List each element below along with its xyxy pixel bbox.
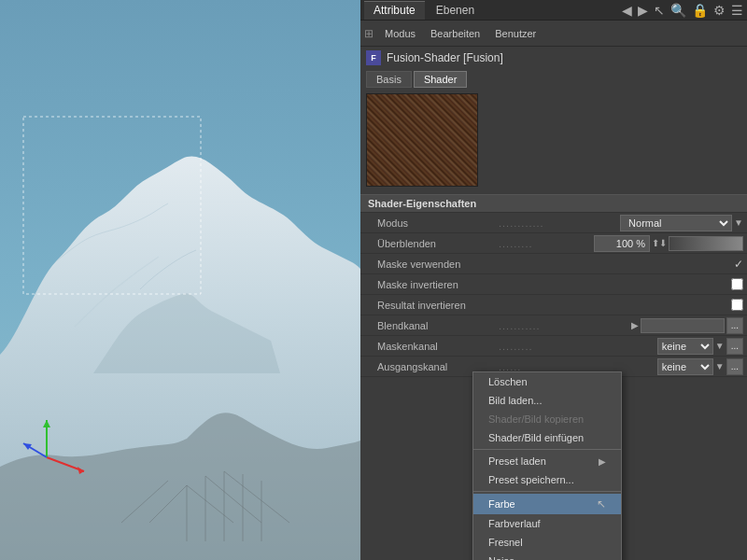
3d-viewport[interactable] xyxy=(0,0,360,560)
blendkanal-btn[interactable]: ... xyxy=(726,317,743,334)
modus-dots: ............ xyxy=(499,217,620,229)
maskenkanal-label: Maskenkanal xyxy=(377,341,499,352)
ausgangskanal-select[interactable]: keine xyxy=(657,358,713,375)
ctx-divider-2 xyxy=(473,491,621,492)
arrow-right-icon[interactable]: ▶ xyxy=(638,3,648,18)
submenu-arrow: ▶ xyxy=(599,456,606,467)
axis-indicator xyxy=(19,411,93,485)
sub-tab-shader[interactable]: Shader xyxy=(414,71,467,88)
ctx-farbe[interactable]: Farbe ↖ xyxy=(473,494,621,514)
ausgangskanal-dots: ...... xyxy=(499,361,657,372)
maskenkanal-btn[interactable]: ... xyxy=(726,338,743,355)
lock-icon[interactable]: 🔒 xyxy=(692,3,708,18)
blendkanal-bar[interactable] xyxy=(641,318,725,333)
search-icon[interactable]: 🔍 xyxy=(670,3,686,18)
maskenkanal-select[interactable]: keine xyxy=(657,338,713,355)
arrow-left-icon[interactable]: ◀ xyxy=(622,3,632,18)
shader-icon: F xyxy=(366,50,381,65)
ctx-shader-kopieren: Shader/Bild kopieren xyxy=(473,410,621,428)
tab-ebenen[interactable]: Ebenen xyxy=(427,1,484,20)
selection-outline xyxy=(19,112,205,299)
modus-btn[interactable]: Modus xyxy=(381,26,419,41)
ueberblenden-bar xyxy=(669,236,743,251)
resultat-invertieren-checkbox[interactable] xyxy=(731,299,743,311)
ctx-noise[interactable]: Noise xyxy=(473,552,621,560)
panel-toolbar: ⊞ Modus Bearbeiten Benutzer xyxy=(360,21,747,47)
prop-row-blendkanal: Blendkanal ........... ▶ ... xyxy=(360,315,747,336)
maske-verwenden-label: Maske verwenden xyxy=(377,259,499,270)
prop-row-maskenkanal: Maskenkanal ......... keine ▼ ... xyxy=(360,336,747,357)
ctx-bild-laden[interactable]: Bild laden... xyxy=(473,391,621,410)
benutzer-btn[interactable]: Benutzer xyxy=(491,26,540,41)
prop-row-resultat-invertieren: Resultat invertieren xyxy=(360,295,747,315)
grid-icon: ⊞ xyxy=(364,27,374,40)
svg-marker-14 xyxy=(43,420,50,427)
right-panel: Attribute Ebenen ◀ ▶ ↖ 🔍 🔒 ⚙ ☰ ⊞ Modus B… xyxy=(360,0,747,560)
cursor-indicator: ↖ xyxy=(597,497,606,511)
modus-dropdown[interactable]: Normal Multiplizieren Bildschirm xyxy=(620,215,732,231)
properties-section: Shader-Eigenschaften Modus ............ … xyxy=(360,190,747,381)
resultat-invertieren-label: Resultat invertieren xyxy=(377,300,499,311)
ausgangskanal-label: Ausgangskanal xyxy=(377,361,499,372)
shader-title: Fusion-Shader [Fusion] xyxy=(387,51,503,64)
menu-icon[interactable]: ☰ xyxy=(731,3,743,18)
ausgangskanal-btn[interactable]: ... xyxy=(726,358,743,375)
shader-header: F Fusion-Shader [Fusion] xyxy=(360,47,747,69)
maske-verwenden-check[interactable]: ✓ xyxy=(734,258,743,271)
ctx-loeschen[interactable]: Löschen xyxy=(473,372,621,391)
ctx-farbverlauf[interactable]: Farbverlauf xyxy=(473,514,621,533)
prop-row-modus: Modus ............ Normal Multiplizieren… xyxy=(360,213,747,233)
sub-tab-bar: Basis Shader xyxy=(360,69,747,90)
modus-dropdown-arrow[interactable]: ▼ xyxy=(734,217,743,228)
settings-icon[interactable]: ⚙ xyxy=(713,3,726,18)
ctx-preset-laden[interactable]: Preset laden ▶ xyxy=(473,452,621,470)
bearbeiten-btn[interactable]: Bearbeiten xyxy=(427,26,484,41)
prop-row-ueberblenden: Überblenden ......... ⬆⬇ xyxy=(360,233,747,254)
ueberblenden-dots: ......... xyxy=(499,238,594,249)
blendkanal-label: Blendkanal xyxy=(377,320,499,331)
ctx-preset-speichern[interactable]: Preset speichern... xyxy=(473,470,621,489)
maske-invertieren-checkbox[interactable] xyxy=(731,278,743,290)
blendkanal-dots: ........... xyxy=(499,320,631,331)
ueberblenden-spinner[interactable]: ⬆⬇ xyxy=(652,238,667,248)
ctx-divider-1 xyxy=(473,449,621,450)
ctx-shader-einfuegen[interactable]: Shader/Bild einfügen xyxy=(473,428,621,447)
prop-row-maske-invertieren: Maske invertieren xyxy=(360,274,747,295)
ueberblenden-label: Überblenden xyxy=(377,238,499,249)
maskenkanal-dots: ......... xyxy=(499,341,657,352)
texture-preview[interactable] xyxy=(366,93,478,187)
modus-label: Modus xyxy=(377,217,499,229)
sub-tab-basis[interactable]: Basis xyxy=(366,71,412,88)
tab-attribute[interactable]: Attribute xyxy=(364,1,425,20)
prop-row-maske-verwenden: Maske verwenden ✓ xyxy=(360,254,747,274)
section-title: Shader-Eigenschaften xyxy=(360,194,747,213)
top-tab-bar: Attribute Ebenen ◀ ▶ ↖ 🔍 🔒 ⚙ ☰ xyxy=(360,0,747,21)
context-menu: Löschen Bild laden... Shader/Bild kopier… xyxy=(472,371,622,560)
maske-invertieren-label: Maske invertieren xyxy=(377,279,499,290)
ueberblenden-input[interactable] xyxy=(594,235,650,252)
blendkanal-arrow[interactable]: ▶ xyxy=(631,320,639,330)
svg-rect-17 xyxy=(23,117,201,294)
ctx-fresnel[interactable]: Fresnel xyxy=(473,533,621,552)
cursor-icon[interactable]: ↖ xyxy=(654,3,665,18)
